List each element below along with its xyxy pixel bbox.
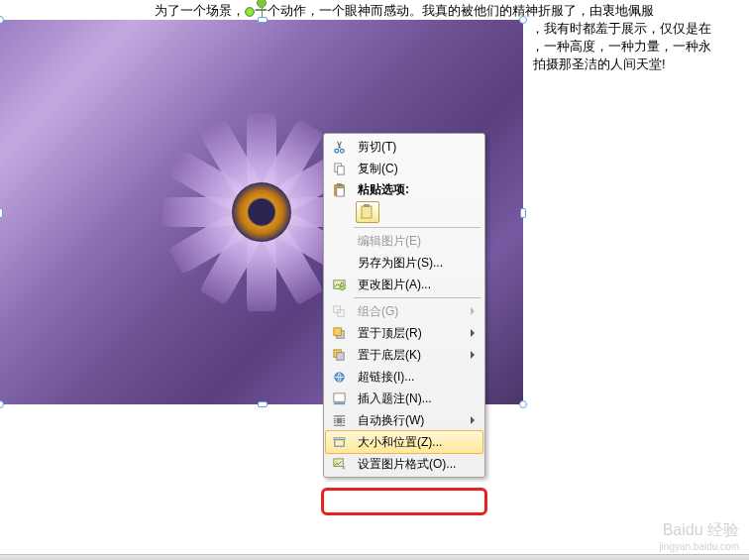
menu-label: 更改图片(A)... xyxy=(352,277,479,293)
group-icon xyxy=(326,300,352,322)
resize-handle-bm[interactable] xyxy=(258,401,268,407)
menu-separator xyxy=(354,297,481,298)
svg-rect-16 xyxy=(336,352,344,360)
context-menu: 剪切(T) 复制(C) 粘贴选项: 编辑图片(E) 另存为图片(S)... 更改… xyxy=(323,133,485,478)
annotation-highlight-box xyxy=(321,488,487,515)
paste-option-row xyxy=(326,199,482,225)
cut-icon xyxy=(326,136,352,158)
menu-label: 超链接(I)... xyxy=(352,369,479,386)
blank-icon xyxy=(326,230,352,252)
paste-icon xyxy=(326,179,352,199)
resize-handle-lm[interactable] xyxy=(0,208,3,218)
svg-point-1 xyxy=(340,149,344,153)
change-picture-icon xyxy=(326,274,352,295)
menu-format-picture[interactable]: 设置图片格式(O)... xyxy=(326,453,482,475)
menu-group: 组合(G) xyxy=(326,300,482,322)
menu-size-and-position[interactable]: 大小和位置(Z)... xyxy=(325,430,483,454)
svg-rect-7 xyxy=(362,206,372,218)
status-bar xyxy=(0,554,749,560)
menu-change-picture[interactable]: 更改图片(A)... xyxy=(326,274,482,295)
menu-label: 另存为图片(S)... xyxy=(352,255,479,272)
svg-rect-19 xyxy=(333,402,344,404)
menu-label: 编辑图片(E) xyxy=(352,233,479,250)
resize-handle-br[interactable] xyxy=(519,400,527,408)
svg-rect-8 xyxy=(364,204,370,207)
menu-label: 粘贴选项: xyxy=(352,181,479,198)
submenu-arrow-icon xyxy=(471,351,475,359)
svg-point-10 xyxy=(339,284,345,290)
submenu-arrow-icon xyxy=(471,416,475,424)
menu-hyperlink[interactable]: 超链接(I)... xyxy=(326,366,482,388)
menu-separator xyxy=(354,227,481,228)
svg-rect-18 xyxy=(333,392,344,400)
menu-label: 复制(C) xyxy=(352,161,479,177)
menu-label: 组合(G) xyxy=(352,303,471,320)
svg-point-23 xyxy=(335,460,337,462)
menu-label: 剪切(T) xyxy=(352,139,479,156)
menu-label: 大小和位置(Z)... xyxy=(352,434,479,451)
menu-edit-picture: 编辑图片(E) xyxy=(326,230,482,252)
submenu-arrow-icon xyxy=(471,307,475,315)
menu-label: 插入题注(N)... xyxy=(352,391,479,407)
menu-auto-wrap[interactable]: 自动换行(W) xyxy=(326,409,482,431)
send-back-icon xyxy=(326,344,352,366)
menu-label: 置于顶层(R) xyxy=(352,325,471,342)
text-wrap-icon xyxy=(326,409,352,431)
format-picture-icon xyxy=(326,453,352,475)
resize-handle-tr[interactable] xyxy=(519,16,527,24)
submenu-arrow-icon xyxy=(471,329,475,337)
bring-front-icon xyxy=(326,322,352,344)
menu-paste-options-label: 粘贴选项: xyxy=(326,179,482,199)
menu-bring-to-front[interactable]: 置于顶层(R) xyxy=(326,322,482,344)
resize-handle-tm[interactable] xyxy=(258,17,268,23)
svg-rect-6 xyxy=(336,187,344,195)
menu-label: 置于底层(K) xyxy=(352,347,471,364)
menu-send-to-back[interactable]: 置于底层(K) xyxy=(326,344,482,366)
copy-icon xyxy=(326,158,352,179)
caption-icon xyxy=(326,388,352,409)
resize-handle-rm[interactable] xyxy=(520,208,526,218)
menu-insert-caption[interactable]: 插入题注(N)... xyxy=(326,388,482,409)
menu-label: 自动换行(W) xyxy=(352,412,471,429)
menu-save-as-picture[interactable]: 另存为图片(S)... xyxy=(326,252,482,274)
svg-rect-5 xyxy=(336,182,342,185)
menu-copy[interactable]: 复制(C) xyxy=(326,158,482,179)
menu-label: 设置图片格式(O)... xyxy=(352,456,479,473)
hyperlink-icon xyxy=(326,366,352,388)
comment-marker-icon xyxy=(245,7,255,17)
svg-rect-20 xyxy=(336,417,342,423)
svg-rect-3 xyxy=(337,166,344,173)
size-position-icon xyxy=(326,431,352,453)
svg-rect-14 xyxy=(333,327,341,335)
resize-handle-bl[interactable] xyxy=(0,400,4,408)
watermark: Baidu 经验 jingyan.baidu.com xyxy=(659,520,739,552)
svg-rect-21 xyxy=(334,439,343,446)
paste-keep-source-button[interactable] xyxy=(356,201,379,223)
menu-cut[interactable]: 剪切(T) xyxy=(326,136,482,158)
svg-point-0 xyxy=(334,149,338,153)
blank-icon xyxy=(326,252,352,274)
